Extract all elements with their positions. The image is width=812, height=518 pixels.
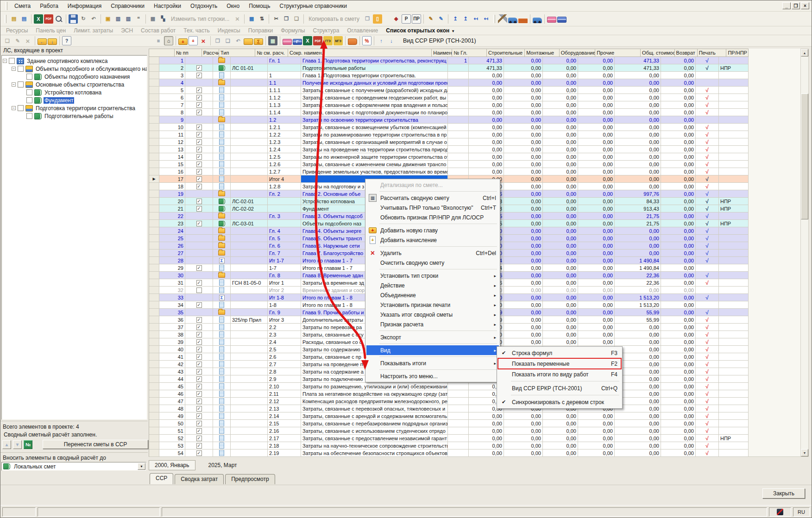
column-header[interactable]: Сокр. наимен. <box>288 49 432 57</box>
price-pr-icon[interactable]: ПР <box>412 14 421 24</box>
delete-disabled-icon2[interactable]: × <box>23 36 32 45</box>
toolbar-grip[interactable] <box>5 15 6 23</box>
row-checkbox[interactable] <box>196 102 202 108</box>
row-checkbox[interactable] <box>196 110 202 115</box>
panel-toggle[interactable]: Лимит. затраты <box>74 27 113 34</box>
undo-rows-icon[interactable]: ↶ <box>233 36 243 45</box>
estimates-tree-icon[interactable]: ▤ <box>9 14 19 24</box>
row-checkbox[interactable] <box>196 132 202 137</box>
column-header[interactable] <box>149 49 175 57</box>
table-row[interactable]: 46 2.11 Плата за негативное воздействие … <box>149 390 749 398</box>
folder-totals-icon[interactable]: Σ <box>254 38 263 45</box>
menubar-item[interactable]: Отдохнуть <box>186 1 222 11</box>
row-checkbox[interactable] <box>196 147 202 152</box>
search-icon[interactable] <box>54 14 63 24</box>
column-header[interactable]: Печать <box>698 49 727 57</box>
row-checkbox[interactable] <box>196 399 202 404</box>
import-estimates-icon[interactable]: ← <box>38 38 47 45</box>
row-checkbox[interactable] <box>196 450 202 456</box>
row-checkbox[interactable] <box>196 413 202 419</box>
context-menu-item[interactable]: Детализация по смете... <box>366 180 499 190</box>
rows-list-icon[interactable]: ❏ <box>223 36 233 45</box>
column-header[interactable]: Рассчитыв <box>202 49 219 57</box>
tree-checkbox[interactable] <box>26 113 32 119</box>
tree-item[interactable]: − Объекты подсобного и обслуживающего на… <box>12 65 146 73</box>
add-chapter-icon[interactable]: + <box>178 38 188 45</box>
column-header[interactable]: Строительные <box>487 49 525 57</box>
close-window-button[interactable]: × <box>801 2 809 9</box>
row-checkbox[interactable] <box>196 406 202 412</box>
context-menu-item[interactable]: Учитывать ПНР только "Вхолостую" Ctrl+T <box>366 203 499 212</box>
table-row[interactable]: 12 1.2.3 Затраты, связанные с организаци… <box>149 138 749 146</box>
price-p-icon[interactable]: P <box>402 14 411 24</box>
language-indicator[interactable]: RU <box>793 507 810 517</box>
row-checkbox[interactable] <box>196 376 202 382</box>
period-end[interactable]: 2025, Март <box>208 462 237 468</box>
tree-expander[interactable]: − <box>12 67 16 71</box>
edit-row-icon[interactable]: ✎ <box>426 14 435 24</box>
row-checkbox[interactable] <box>196 391 202 397</box>
totals-grid-icon[interactable]: ▦ <box>247 14 256 24</box>
excel-export-icon[interactable]: X <box>34 14 43 24</box>
row-checkbox[interactable] <box>196 362 202 367</box>
undo-icon[interactable]: ↶ <box>89 14 98 24</box>
menubar-item[interactable]: Помощь <box>244 1 275 11</box>
tree-item[interactable]: Объекты подсобного назначения <box>20 73 146 81</box>
xml-mge-icon[interactable]: МГЭ <box>334 36 343 45</box>
table-row[interactable]: 50 2.15 Затраты, связанные с перебазиров… <box>149 420 749 427</box>
open-window-icon[interactable]: ▣ <box>103 14 113 24</box>
table-row[interactable]: 53 2.18 Затраты на научно-техническое со… <box>149 442 749 449</box>
home-icon[interactable]: ⌂ <box>164 36 173 45</box>
table-row[interactable]: 11 1.2.2 Затраты по разминированию терри… <box>149 131 749 138</box>
toolbar-grip[interactable] <box>6 2 7 10</box>
context-menu-item[interactable]: Установить признак печати ▸ <box>366 300 499 310</box>
panel-toggle[interactable]: Ресурсы <box>6 27 28 34</box>
context-menu-item[interactable]: Удалить Ctrl+Del <box>366 248 499 258</box>
methodics-book-icon[interactable] <box>283 39 292 45</box>
table-row[interactable]: 51 2.16 Затраты, связанные с использован… <box>149 427 749 435</box>
table-row[interactable]: 54 2.19 Затраты на обеспечение безопасно… <box>149 449 749 457</box>
context-menu-item[interactable]: Очистить сводную смету <box>366 258 499 268</box>
tree-checkbox[interactable] <box>18 66 24 72</box>
context-menu-item[interactable]: Указать итог сводной сметы ▸ <box>366 310 499 319</box>
pdf-export-icon[interactable]: PDF <box>44 14 53 24</box>
row-checkbox[interactable] <box>196 265 202 271</box>
transfer-estimates-button[interactable]: Перенести сметы в ССР <box>43 440 148 449</box>
panel-toggle[interactable]: Формулы <box>281 27 305 34</box>
refresh-icon[interactable]: ↻ <box>79 14 88 24</box>
copy-rows-icon[interactable]: ❐ <box>213 36 222 45</box>
column-header[interactable]: Общ. стоимость <box>641 49 675 57</box>
copy-icon[interactable]: ❐ <box>282 14 291 24</box>
rows-tree-icon[interactable]: ≡ <box>154 36 163 45</box>
help-icon[interactable]: ? <box>62 36 71 45</box>
save-icon[interactable] <box>69 14 78 24</box>
row-checkbox[interactable] <box>196 280 202 286</box>
table-row[interactable]: 4 1.1 Получение исходных данных и услови… <box>149 79 749 87</box>
numbering-button[interactable]: № <box>24 440 32 449</box>
tree-item[interactable]: Фундамент <box>20 96 146 104</box>
column-header[interactable]: Наименование глав, объектов, работ и зат… <box>432 49 452 57</box>
context-menu-item[interactable]: Добавить новую главу <box>366 225 499 235</box>
machine-icon[interactable]: ▦ <box>148 14 157 24</box>
tree-item[interactable]: Подготовительные работы <box>20 112 146 120</box>
close-button[interactable]: Закрыть <box>762 488 805 499</box>
menubar-item[interactable]: Смета <box>10 1 35 11</box>
context-menu-item[interactable]: Установить тип строки ▸ <box>366 271 499 281</box>
row-checkbox[interactable] <box>196 325 202 330</box>
paste-disabled-icon[interactable]: ❏ <box>3 36 12 45</box>
table-row[interactable]: 14 1.2.5 Затраты по инженерной защите те… <box>149 153 749 161</box>
column-header[interactable]: № пп <box>175 49 202 57</box>
level-left-icon[interactable]: ↤ <box>471 14 480 24</box>
context-menu-item[interactable]: Признак расчета ▸ <box>366 319 499 329</box>
add-charge-icon[interactable]: + <box>189 36 198 45</box>
table-row[interactable]: 5 1.1.1 Затраты, связанные с получением … <box>149 87 749 94</box>
row-checkbox[interactable] <box>196 87 202 93</box>
excel-view-icon[interactable]: X <box>303 36 312 45</box>
column-header[interactable]: Возврат <box>675 49 698 57</box>
row-checkbox[interactable] <box>196 95 202 100</box>
percent-doc-icon[interactable]: % <box>362 36 371 45</box>
books-pink-icon[interactable] <box>547 17 556 23</box>
context-menu-item[interactable]: Действие ▸ <box>366 281 499 290</box>
row-checkbox[interactable] <box>196 354 202 360</box>
row-checkbox[interactable] <box>196 221 202 226</box>
